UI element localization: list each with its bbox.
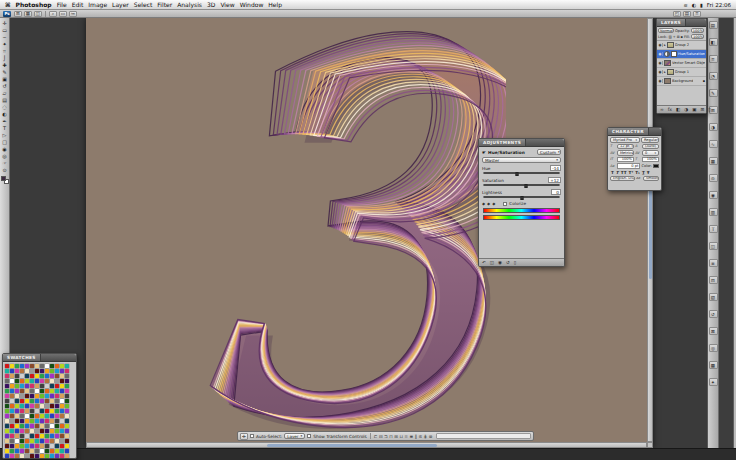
swatch-cell[interactable]	[65, 369, 69, 373]
swatch-cell[interactable]	[15, 384, 19, 388]
swatch-cell[interactable]	[10, 374, 14, 378]
swatch-cell[interactable]	[60, 399, 64, 403]
swatch-cell[interactable]	[10, 414, 14, 418]
swatch-cell[interactable]	[25, 424, 29, 428]
swatch-cell[interactable]	[25, 439, 29, 443]
swatch-cell[interactable]	[65, 454, 69, 458]
adjustments-footer-icon-4[interactable]: ▯	[514, 260, 516, 265]
align-icon-4[interactable]: ⊞	[394, 434, 398, 439]
swatch-cell[interactable]	[35, 379, 39, 383]
horizontal-scrollbar-thumb[interactable]	[267, 444, 437, 447]
opacity-select[interactable]: 100%	[691, 28, 704, 33]
swatch-cell[interactable]	[35, 419, 39, 423]
swatch-cell[interactable]	[35, 369, 39, 373]
swatch-cell[interactable]	[40, 384, 44, 388]
text-style-button-2[interactable]: TT	[621, 170, 627, 175]
swatch-cell[interactable]	[55, 429, 59, 433]
swatch-cell[interactable]	[50, 369, 54, 373]
swatch-cell[interactable]	[30, 364, 34, 368]
swatch-cell[interactable]	[40, 429, 44, 433]
swatch-cell[interactable]	[65, 394, 69, 398]
swatch-cell[interactable]	[55, 414, 59, 418]
layer-row-vector-smart-object[interactable]: ◉Vector Smart Object	[657, 59, 706, 68]
swatch-cell[interactable]	[20, 419, 24, 423]
swatch-cell[interactable]	[10, 379, 14, 383]
pasteboard[interactable]: 333333333333333333	[10, 18, 707, 448]
dock-panel-icon-3[interactable]: ◔	[709, 72, 718, 80]
layers-footer-icon-4[interactable]: ▣	[692, 107, 696, 112]
menu-item-window[interactable]: Window	[240, 1, 264, 8]
swatch-cell[interactable]	[30, 399, 34, 403]
swatch-cell[interactable]	[50, 424, 54, 428]
swatch-cell[interactable]	[5, 404, 9, 408]
swatch-cell[interactable]	[40, 434, 44, 438]
options-bar-mid-icon-0[interactable]: ⌕	[49, 11, 57, 17]
swatch-cell[interactable]	[20, 439, 24, 443]
visibility-eye-icon[interactable]: ◉	[658, 43, 663, 47]
tool-path-selection-tool[interactable]: ▷	[1, 132, 9, 138]
swatch-cell[interactable]	[45, 439, 49, 443]
swatch-cell[interactable]	[45, 409, 49, 413]
swatch-cell[interactable]	[25, 364, 29, 368]
text-style-button-4[interactable]: T₁	[635, 170, 640, 175]
swatch-cell[interactable]	[55, 379, 59, 383]
swatch-cell[interactable]	[35, 364, 39, 368]
dock-panel-icon-18[interactable]: ⊠	[709, 327, 718, 335]
swatch-cell[interactable]	[50, 419, 54, 423]
swatch-cell[interactable]	[65, 389, 69, 393]
swatch-cell[interactable]	[50, 409, 54, 413]
layer-row-hue-saturation-1[interactable]: ◉Hue/Saturation 1	[657, 50, 706, 59]
swatch-cell[interactable]	[65, 364, 69, 368]
swatch-cell[interactable]	[45, 424, 49, 428]
menu-item-help[interactable]: Help	[268, 1, 282, 8]
swatch-cell[interactable]	[10, 369, 14, 373]
align-icon-8[interactable]: ∥	[415, 434, 417, 439]
swatch-cell[interactable]	[5, 439, 9, 443]
swatch-cell[interactable]	[25, 434, 29, 438]
swatch-cell[interactable]	[45, 434, 49, 438]
lightness-slider-thumb[interactable]	[520, 196, 523, 200]
tool-lasso-tool[interactable]: ∽	[1, 34, 9, 40]
swatch-cell[interactable]	[40, 364, 44, 368]
swatch-cell[interactable]	[40, 419, 44, 423]
swatch-cell[interactable]	[10, 404, 14, 408]
swatch-cell[interactable]	[20, 379, 24, 383]
vertical-scale-field[interactable]: 100%	[617, 157, 634, 163]
swatch-cell[interactable]	[40, 444, 44, 448]
swatch-cell[interactable]	[45, 364, 49, 368]
swatch-cell[interactable]	[5, 414, 9, 418]
swatch-cell[interactable]	[30, 369, 34, 373]
swatch-cell[interactable]	[30, 409, 34, 413]
swatch-cell[interactable]	[45, 444, 49, 448]
layers-footer-icon-6[interactable]: ▯	[708, 107, 710, 112]
swatch-cell[interactable]	[30, 439, 34, 443]
swatch-cell[interactable]	[40, 424, 44, 428]
swatch-cell[interactable]	[35, 434, 39, 438]
adjustments-footer-icon-2[interactable]: ◉	[498, 260, 502, 265]
layers-footer-icon-2[interactable]: ◧	[676, 107, 680, 112]
visibility-eye-icon[interactable]: ◉	[658, 79, 663, 83]
swatch-cell[interactable]	[40, 374, 44, 378]
layers-footer-icon-1[interactable]: fx	[668, 107, 672, 112]
swatch-cell[interactable]	[20, 374, 24, 378]
menubar-status-icon-0[interactable]: ≋	[684, 2, 688, 8]
swatch-cell[interactable]	[45, 399, 49, 403]
swatch-cell[interactable]	[60, 429, 64, 433]
options-bar-left-icon-2[interactable]: ◫	[34, 11, 42, 17]
visibility-eye-icon[interactable]: ◉	[658, 52, 663, 56]
swatch-cell[interactable]	[5, 444, 9, 448]
swatch-cell[interactable]	[15, 434, 19, 438]
show-transform-checkbox[interactable]	[307, 434, 311, 438]
leading-select[interactable]: (Auto)	[642, 144, 659, 150]
swatch-cell[interactable]	[60, 419, 64, 423]
options-bar-right-icon-2[interactable]: ≡	[693, 11, 701, 17]
swatch-cell[interactable]	[25, 379, 29, 383]
swatch-cell[interactable]	[25, 394, 29, 398]
swatch-cell[interactable]	[50, 414, 54, 418]
tab-swatches[interactable]: SWATCHES	[3, 354, 41, 361]
swatch-cell[interactable]	[20, 394, 24, 398]
menu-item-photoshop[interactable]: Photoshop	[16, 1, 52, 8]
swatch-cell[interactable]	[60, 434, 64, 438]
swatch-cell[interactable]	[55, 454, 59, 458]
swatch-cell[interactable]	[35, 429, 39, 433]
